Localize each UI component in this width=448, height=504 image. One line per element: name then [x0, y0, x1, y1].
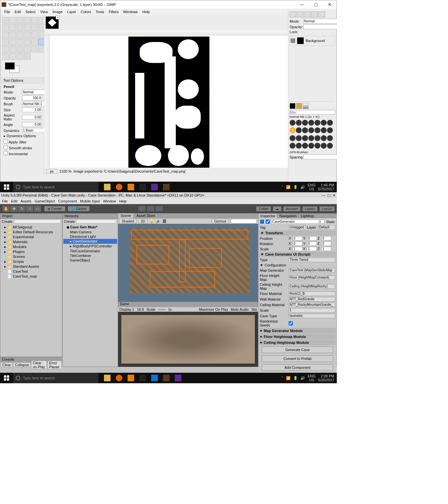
tool-measure[interactable] — [31, 24, 38, 31]
hierarchy-search[interactable] — [76, 220, 116, 223]
proj-folder[interactable]: ▸ 📁 Materials — [1, 240, 61, 244]
taskbar-app-blender[interactable] — [125, 182, 136, 192]
lighting-tab[interactable]: Lighting — [299, 214, 316, 218]
script-header[interactable]: ▼ Cave Generator UI (Script) — [259, 252, 336, 257]
proj-folder[interactable]: ▸ 📁 Editor Default Resources — [1, 230, 61, 235]
undo-tab-icon[interactable] — [311, 11, 318, 17]
hierarchy-create[interactable]: Create — [64, 220, 75, 223]
tool-heal[interactable] — [38, 46, 45, 52]
generate-cave-button[interactable]: Generate Cave — [262, 346, 333, 353]
display-dropdown[interactable]: Display 1 — [119, 307, 134, 311]
tool-scissors[interactable] — [38, 17, 45, 24]
brush-preset[interactable] — [302, 120, 308, 126]
visibility-icon[interactable] — [291, 38, 295, 43]
move-tool-icon[interactable]: ✥ — [10, 205, 18, 212]
ruler-vertical[interactable] — [44, 35, 50, 168]
tool-smudge[interactable] — [17, 53, 23, 60]
tool-blur[interactable] — [10, 53, 16, 60]
ceil-mat-field[interactable]: NTT_RockyMountainGranite_ — [289, 303, 335, 307]
mute-toggle[interactable]: Mute Audio — [231, 307, 249, 311]
brush-preset[interactable] — [290, 143, 295, 149]
menu-filters[interactable]: Filters — [107, 9, 121, 14]
rotate-tool-icon[interactable]: ↻ — [18, 205, 26, 212]
taskbar-app-unity[interactable] — [137, 182, 148, 192]
taskbar-app-explorer[interactable] — [102, 182, 113, 192]
brush-preset[interactable] — [321, 143, 327, 149]
taskbar-app-firefox[interactable] — [113, 182, 125, 192]
game-view[interactable] — [118, 312, 258, 367]
scl-y[interactable] — [307, 247, 317, 251]
scene-tab[interactable]: Scene — [118, 213, 134, 219]
clock-time-2[interactable]: 2:08 PM — [318, 374, 334, 378]
scene-search[interactable] — [231, 219, 257, 223]
proj-asset[interactable]: 📄 CaveTest_map — [1, 274, 61, 279]
brush-preset[interactable] — [296, 143, 302, 149]
tray-battery-icon[interactable]: 🔋 — [293, 376, 298, 380]
module-foldout[interactable]: ▸ Ceiling Heightmap Module — [259, 340, 336, 345]
tray-wifi-icon[interactable]: 📶 — [286, 376, 291, 380]
image-tab[interactable]: × — [46, 16, 59, 29]
u-menu-assets[interactable]: Assets — [21, 199, 31, 203]
collab-dropdown[interactable]: Collab — [256, 206, 271, 212]
proj-folder[interactable]: ▸ 📁 Scripts — [1, 259, 61, 264]
brush-preset[interactable] — [315, 135, 320, 141]
taskbar-app-vs[interactable] — [149, 182, 160, 192]
aspect-dropdown[interactable]: 16:9 — [137, 307, 144, 311]
cloud-button[interactable]: ☁ — [273, 206, 282, 212]
paths-tab-icon[interactable] — [304, 11, 311, 17]
brush-preset[interactable] — [296, 120, 302, 126]
asset-store-tab[interactable]: Asset Store — [134, 213, 158, 219]
project-tab[interactable]: Project — [0, 214, 62, 219]
game-tab[interactable]: Game — [118, 302, 258, 307]
taskbar-app-gimp[interactable] — [161, 373, 172, 383]
dynamics-options[interactable]: ▸ Dynamics Options — [4, 134, 42, 138]
smooth-checkbox[interactable] — [4, 145, 8, 149]
hier-item[interactable]: TileCombiner — [63, 253, 117, 258]
hierarchy-tab[interactable]: Hierarchy — [63, 214, 118, 219]
brush-preset[interactable] — [315, 127, 320, 133]
inspector-tab[interactable]: Inspector — [258, 214, 277, 218]
unity-max-button[interactable]: ▢ — [327, 193, 331, 198]
unity-titlebar[interactable]: Unity 5.6.0f3 Personal (64bit) - Cave Ge… — [0, 192, 337, 198]
tool-flip[interactable] — [2, 39, 9, 45]
brush-preset[interactable] — [315, 120, 320, 126]
u-menu-edit[interactable]: Edit — [11, 199, 17, 203]
menu-view[interactable]: View — [38, 9, 50, 14]
brush-preset[interactable] — [302, 127, 308, 133]
console-clear[interactable]: Clear — [1, 363, 12, 367]
tray-volume-icon[interactable]: 🔊 — [300, 376, 305, 380]
tray-battery-icon[interactable]: 🔋 — [293, 185, 298, 189]
tool-airbrush[interactable] — [17, 46, 23, 52]
brush-preset[interactable] — [308, 135, 314, 141]
randomize-checkbox[interactable] — [289, 321, 293, 326]
navigation-tab[interactable]: Navigation — [277, 214, 299, 218]
step-button[interactable]: ⏭ — [155, 205, 163, 212]
tool-perspective[interactable] — [38, 32, 45, 38]
active-checkbox[interactable] — [266, 220, 270, 224]
tool-blend[interactable] — [31, 39, 38, 45]
u-menu-window[interactable]: Window — [103, 199, 116, 203]
hier-item[interactable]: GameObject — [63, 258, 117, 262]
u-menu-component[interactable]: Component — [58, 199, 77, 203]
menu-layer[interactable]: Layer — [65, 9, 78, 14]
start-button-2[interactable] — [0, 373, 13, 383]
console-error-pause[interactable]: Error Pause — [48, 361, 62, 369]
menu-tools[interactable]: Tools — [94, 9, 106, 14]
brush-preset[interactable] — [327, 135, 333, 141]
brush-filter[interactable] — [290, 110, 335, 115]
brush-preset[interactable] — [321, 135, 327, 141]
taskbar-app-explorer[interactable] — [102, 373, 113, 383]
menu-select[interactable]: Select — [24, 9, 38, 14]
space-button[interactable]: 🌐 Global — [68, 206, 90, 212]
tool-fuzzy-select[interactable] — [24, 17, 31, 24]
size-input[interactable] — [22, 107, 42, 112]
stats-toggle[interactable]: Sta — [251, 307, 257, 311]
brush-preset[interactable] — [327, 127, 333, 133]
console-collapse[interactable]: Collapse — [13, 363, 31, 367]
layers-tab-icon[interactable] — [290, 11, 296, 17]
brush-swatch-2[interactable] — [296, 103, 302, 109]
unity-min-button[interactable]: — — [322, 193, 325, 198]
cave-type-dropdown[interactable]: Isometric — [289, 314, 335, 318]
brush-preset[interactable] — [290, 135, 295, 141]
tray-chevron-icon[interactable]: ˄ — [281, 376, 283, 380]
